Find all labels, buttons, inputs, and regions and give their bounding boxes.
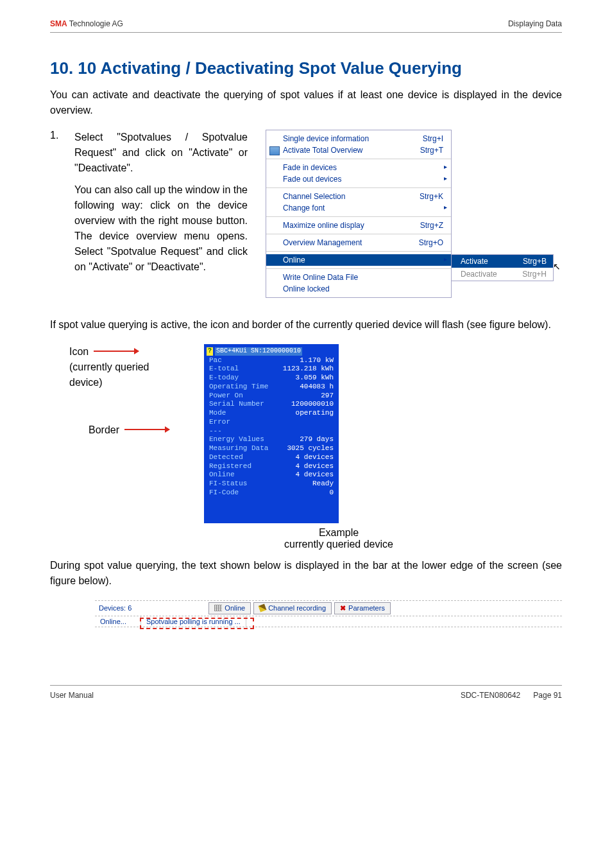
- device-row-value: 297: [321, 392, 334, 401]
- question-icon: ?: [207, 347, 213, 356]
- menu-item-label: Fade out devices: [283, 175, 341, 184]
- menu-item-online-locked[interactable]: Online locked: [266, 283, 451, 295]
- device-row: FI-StatusReady: [204, 480, 339, 489]
- device-row: Error: [204, 418, 339, 427]
- parameters-button[interactable]: ✖ Parameters: [334, 602, 391, 614]
- label-border: Border: [89, 422, 119, 438]
- device-row-value: 1200000010: [291, 400, 334, 409]
- device-row-key: Registered: [209, 462, 251, 471]
- intro-paragraph: You can activate and deactivate the quer…: [50, 87, 562, 118]
- submenu-shortcut: Strg+H: [522, 270, 547, 279]
- submenu-label: Activate: [461, 257, 488, 266]
- menu-item-shortcut: Strg+I: [423, 134, 443, 143]
- menu-item-label: Overview Management: [283, 238, 362, 247]
- menu-item-maximize[interactable]: Maximize online display Strg+Z: [266, 220, 451, 231]
- device-row-key: Pac: [209, 356, 222, 365]
- grid-icon: [214, 605, 222, 611]
- mid-paragraph: If spot value querying is active, the ic…: [50, 317, 562, 333]
- device-row: E-total1123.218 kWh: [204, 365, 339, 374]
- pen-icon: [259, 604, 267, 612]
- menu-item-shortcut: Strg+O: [419, 238, 443, 247]
- menu-item-overview-mgmt[interactable]: Overview Management Strg+O: [266, 237, 451, 248]
- menu-item-write-online-data[interactable]: Write Online Data File: [266, 272, 451, 283]
- arrow-icon: [124, 429, 169, 430]
- device-titlebar: ? SBC+4KUi SN:1200000010: [204, 347, 339, 356]
- online-button[interactable]: Online: [208, 602, 251, 614]
- menu-item-shortcut: Strg+T: [420, 146, 443, 155]
- device-row-value: 404083 h: [300, 383, 334, 392]
- devices-count: Devices: 6: [95, 604, 132, 612]
- button-label: Online: [225, 604, 245, 612]
- button-label: Channel recording: [268, 604, 326, 612]
- submenu-item-activate[interactable]: Activate Strg+B ↖: [452, 255, 553, 268]
- device-title: SBC+4KUi SN:1200000010: [215, 347, 302, 356]
- menu-item-activate-total[interactable]: Activate Total Overview Strg+T: [266, 144, 451, 156]
- device-row-value: 4 devices: [296, 453, 334, 462]
- device-row-key: Operating Time: [209, 383, 268, 392]
- button-label: Parameters: [348, 604, 385, 612]
- device-row: Power On297: [204, 392, 339, 401]
- device-row-value: 3025 cycles: [287, 444, 334, 453]
- device-row-key: E-today: [209, 374, 239, 383]
- step-text-p1: Select "Spotvalues / Spotvalue Request" …: [74, 130, 248, 176]
- device-figure: Icon (currently queried device) Border ?…: [50, 344, 562, 550]
- figure-caption: Example currently queried device: [204, 527, 473, 550]
- header-company: Technologie AG: [67, 19, 123, 28]
- statusbar-figure: Devices: 6 Online Channel recording ✖ Pa…: [95, 600, 562, 627]
- device-row-key: Energy Values: [209, 435, 264, 444]
- x-icon: ✖: [340, 604, 346, 612]
- menu-item-single-device[interactable]: Single device information Strg+I: [266, 133, 451, 144]
- step-text: Select "Spotvalues / Spotvalue Request" …: [74, 130, 248, 298]
- device-row: E-today3.059 kWh: [204, 374, 339, 383]
- device-row-value: 3.059 kWh: [296, 374, 334, 383]
- device-row-key: Error: [209, 418, 230, 427]
- menu-item-fade-in[interactable]: Fade in devices: [266, 162, 451, 173]
- page-header: SMA Technologie AG Displaying Data: [50, 19, 562, 33]
- menu-item-change-font[interactable]: Change font: [266, 202, 451, 214]
- submenu-label: Deactivate: [461, 270, 497, 279]
- device-row: Operating Time404083 h: [204, 383, 339, 392]
- device-row-value: Ready: [312, 480, 334, 489]
- device-row: Modeoperating: [204, 409, 339, 418]
- device-row: Measuring Data3025 cycles: [204, 444, 339, 453]
- footer-left: User Manual: [50, 691, 94, 700]
- menu-item-online[interactable]: Online Activate Strg+B ↖ Deactivate Strg…: [266, 254, 451, 266]
- submenu-item-deactivate[interactable]: Deactivate Strg+H: [452, 268, 553, 281]
- figure-labels: Icon (currently queried device) Border: [50, 344, 185, 550]
- step-number: 1.: [50, 130, 63, 298]
- status-left: Online...: [95, 616, 141, 627]
- menu-item-fade-out[interactable]: Fade out devices: [266, 173, 451, 185]
- caption-line-2: currently queried device: [204, 539, 473, 550]
- context-menu: Single device information Strg+I Activat…: [266, 130, 452, 298]
- toolbar-row: Devices: 6 Online Channel recording ✖ Pa…: [95, 600, 562, 616]
- arrow-icon: [94, 351, 139, 352]
- submenu-online: Activate Strg+B ↖ Deactivate Strg+H: [451, 254, 554, 281]
- device-panel-wrap: ? SBC+4KUi SN:1200000010 Pac1.170 kWE-to…: [204, 344, 473, 550]
- menu-item-channel-selection[interactable]: Channel Selection Strg+K: [266, 191, 451, 202]
- device-row-key: Mode: [209, 409, 226, 418]
- menu-item-shortcut: Strg+K: [420, 192, 443, 201]
- caption-line-1: Example: [204, 527, 473, 539]
- device-row-key: FI-Code: [209, 489, 239, 498]
- header-brand: SMA: [50, 19, 67, 28]
- lower-paragraph: During spot value querying, the text sho…: [50, 558, 562, 589]
- device-row: Detected4 devices: [204, 453, 339, 462]
- device-row-key: Online: [209, 471, 235, 480]
- device-row-value: 279 days: [300, 435, 334, 444]
- device-row: Pac1.170 kW: [204, 356, 339, 365]
- context-menu-figure: Single device information Strg+I Activat…: [259, 130, 562, 298]
- device-row-key: Serial Number: [209, 400, 264, 409]
- device-row-value: operating: [296, 409, 334, 418]
- device-row-key: FI-Status: [209, 480, 247, 489]
- menu-item-label: Online locked: [283, 284, 330, 293]
- header-section: Displaying Data: [508, 19, 562, 28]
- device-row-key: Power On: [209, 392, 243, 401]
- footer-right: SDC-TEN080642 Page 91: [461, 691, 562, 700]
- menu-item-label: Activate Total Overview: [283, 146, 363, 155]
- page-footer: User Manual SDC-TEN080642 Page 91: [50, 685, 562, 700]
- toolbar-buttons: Online Channel recording ✖ Parameters: [208, 602, 391, 614]
- channel-recording-button[interactable]: Channel recording: [253, 602, 332, 614]
- menu-item-label: Online: [283, 256, 305, 265]
- highlight-box: [140, 618, 254, 629]
- menu-item-label: Maximize online display: [283, 221, 364, 230]
